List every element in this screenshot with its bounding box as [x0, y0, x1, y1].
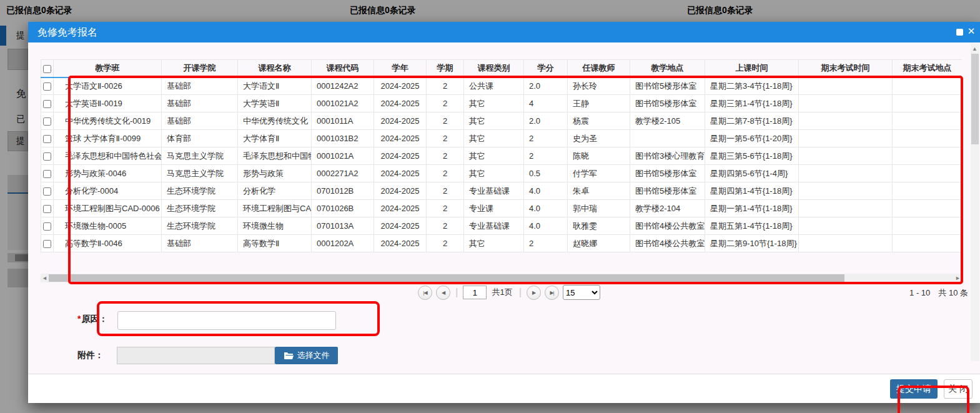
row-checkbox[interactable] — [43, 170, 51, 178]
cell-course: 环境工程制图与CA — [238, 200, 312, 217]
cell-class: 形势与政策-0046 — [54, 165, 162, 182]
cell-credit: 4.0 — [524, 182, 568, 200]
table-hscrollbar[interactable]: ◄ ► — [41, 274, 962, 282]
cell-code: 0701013A — [312, 217, 374, 235]
cell-time: 星期二第7-8节{1-18周} — [705, 112, 799, 130]
submit-application-button[interactable]: 提交申请 — [890, 379, 938, 399]
table-row: 高等数学Ⅱ-0046基础部高等数学Ⅱ0001202A2024-20252其它2赵… — [41, 235, 963, 252]
cell-college: 基础部 — [162, 112, 238, 130]
cell-credit: 2.0 — [524, 77, 568, 95]
column-header-term: 学期 — [427, 60, 464, 77]
scroll-left-icon[interactable]: ◄ — [42, 274, 47, 282]
cell-place: 图书馆5楼形体室 — [630, 182, 705, 200]
cell-time: 星期三第1-4节{1-18周} — [705, 95, 799, 112]
table-hscrollbar-thumb[interactable] — [49, 274, 844, 282]
dialog-vscrollbar-thumb[interactable] — [971, 54, 979, 144]
row-checkbox[interactable] — [43, 187, 51, 196]
table-row: 大学英语Ⅱ-0019基础部大学英语Ⅱ0001021A22024-20252其它4… — [41, 95, 963, 112]
cell-code: 0001202A — [312, 235, 374, 252]
cell-place: 图书馆5楼形体室 — [630, 77, 705, 95]
cell-class: 中华优秀传统文化-0019 — [54, 112, 162, 130]
cell-code: 0701026B — [312, 200, 374, 217]
cell-credit: 2 — [524, 235, 568, 252]
cell-term: 2 — [427, 77, 464, 95]
dialog-header: 免修免考报名 ✕ — [28, 22, 980, 42]
cell-place: 图书馆4楼公共教室 — [630, 235, 705, 252]
close-icon[interactable]: ✕ — [966, 26, 976, 37]
dialog-vscrollbar[interactable]: ▲ — [971, 44, 979, 361]
row-checkbox[interactable] — [43, 100, 51, 108]
folder-icon — [284, 352, 294, 360]
row-checkbox-cell — [41, 147, 54, 165]
cell-course: 大学体育Ⅱ — [238, 130, 312, 147]
row-checkbox[interactable] — [43, 240, 51, 248]
cell-category: 专业课 — [464, 200, 524, 217]
cell-term: 2 — [427, 112, 464, 130]
column-header-exam-place: 期末考试地点 — [893, 60, 963, 77]
cell-credit: 2 — [524, 147, 568, 165]
cell-year: 2024-2025 — [374, 112, 427, 130]
dialog-body: 教学班开课学院课程名称课程代码学年学期课程类别学分任课教师教学地点上课时间期末考… — [28, 42, 980, 374]
cell-time: 星期二第9-10节{1-18周} — [705, 235, 799, 252]
cell-term: 2 — [427, 217, 464, 235]
page-size-select[interactable]: 15 — [563, 285, 600, 300]
next-page-button[interactable]: ▶ — [527, 286, 541, 300]
reason-label: *原因： — [77, 314, 107, 325]
last-page-button[interactable]: ▶| — [545, 286, 559, 300]
cell-place: 图书馆4楼公共教室 — [630, 217, 705, 235]
cell-category: 其它 — [464, 147, 524, 165]
cell-category: 其它 — [464, 130, 524, 147]
row-checkbox[interactable] — [43, 82, 51, 91]
cell-category: 专业基础课 — [464, 182, 524, 200]
row-checkbox[interactable] — [43, 117, 51, 126]
scroll-up-icon[interactable]: ▲ — [972, 44, 978, 53]
column-header-course: 课程名称 — [238, 60, 312, 77]
table-row: 分析化学-0004生态环境学院分析化学0701012B2024-20252专业基… — [41, 182, 963, 200]
row-checkbox[interactable] — [43, 135, 51, 143]
page-number-input[interactable] — [463, 286, 487, 299]
cell-place: 图书馆3楼心理教育 — [630, 147, 705, 165]
choose-file-button[interactable]: 选择文件 — [275, 347, 338, 364]
cell-term: 2 — [427, 95, 464, 112]
choose-file-label: 选择文件 — [297, 350, 330, 361]
column-header-teacher: 任课教师 — [568, 60, 630, 77]
cell-college: 生态环境学院 — [162, 200, 238, 217]
row-checkbox[interactable] — [43, 205, 51, 213]
course-table: 教学班开课学院课程名称课程代码学年学期课程类别学分任课教师教学地点上课时间期末考… — [41, 59, 962, 252]
record-range-label: 1 - 10 共 10 条 — [868, 287, 968, 299]
select-all-checkbox[interactable] — [43, 65, 51, 73]
table-row: 篮球 大学体育Ⅱ-0099体育部大学体育Ⅱ0001031B22024-20252… — [41, 130, 963, 147]
row-checkbox[interactable] — [43, 152, 51, 161]
first-page-button[interactable]: |◀ — [418, 286, 432, 300]
table-row: 中华优秀传统文化-0019基础部中华优秀传统文化0001011A2024-202… — [41, 112, 963, 130]
cell-year: 2024-2025 — [374, 130, 427, 147]
cell-year: 2024-2025 — [374, 95, 427, 112]
cell-category: 其它 — [464, 235, 524, 252]
exemption-dialog: 免修免考报名 ✕ 教学班开课学院课程名称课程代码学年学期课程类别学分任课教师教学… — [28, 22, 980, 403]
reason-input[interactable] — [117, 311, 336, 330]
cell-code: 0001021A2 — [312, 95, 374, 112]
cell-year: 2024-2025 — [374, 165, 427, 182]
cell-credit: 4.0 — [524, 200, 568, 217]
scroll-right-icon[interactable]: ► — [955, 274, 961, 282]
cell-place: 图书馆5楼形体室 — [630, 165, 705, 182]
restore-icon[interactable] — [956, 29, 963, 36]
cell-time: 星期五第1-4节{1-18周} — [705, 217, 799, 235]
cell-course: 大学英语Ⅱ — [238, 95, 312, 112]
row-checkbox[interactable] — [43, 222, 51, 231]
column-header-credit: 学分 — [524, 60, 568, 77]
cell-course: 高等数学Ⅱ — [238, 235, 312, 252]
cell-class: 高等数学Ⅱ-0046 — [54, 235, 162, 252]
screen: 已报信息0条记录 已报信息0条记录 已报信息0条记录 提 免 已 提 免修免考报… — [0, 0, 980, 413]
cell-exam-time — [799, 95, 893, 112]
close-button[interactable]: 关 闭 — [944, 379, 973, 399]
cell-exam-place — [893, 147, 963, 165]
prev-page-button[interactable]: ◀ — [436, 286, 450, 300]
cell-teacher: 王静 — [568, 95, 630, 112]
column-header-year: 学年 — [374, 60, 427, 77]
cell-teacher: 史为圣 — [568, 130, 630, 147]
column-header-college: 开课学院 — [162, 60, 238, 77]
cell-term: 2 — [427, 200, 464, 217]
dialog-footer: 提交申请 关 闭 — [28, 374, 980, 403]
cell-term: 2 — [427, 235, 464, 252]
